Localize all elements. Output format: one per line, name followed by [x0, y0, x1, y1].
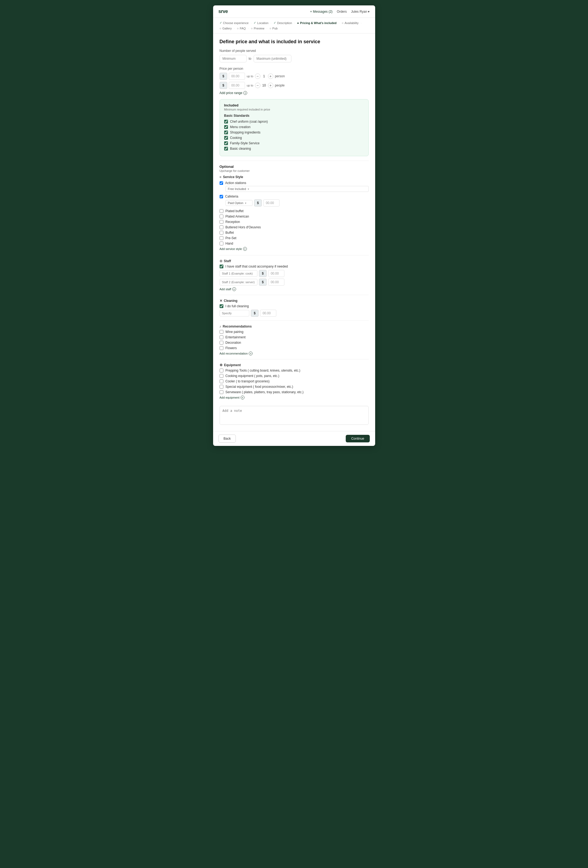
- equip-checkbox-0[interactable]: [220, 369, 223, 372]
- included-checkbox-5[interactable]: [224, 147, 228, 151]
- back-button[interactable]: Back: [218, 434, 236, 443]
- step-choose-experience[interactable]: ✓ Choose experience: [218, 21, 250, 25]
- add-recommendation-button[interactable]: Add recommendation +: [220, 351, 369, 355]
- staff-name-input-2[interactable]: [220, 279, 257, 285]
- step-label: Description: [277, 21, 292, 25]
- service-item-reception: Reception: [220, 220, 369, 224]
- service-item-buffet: Buffet: [220, 231, 369, 235]
- note-textarea[interactable]: [220, 406, 369, 425]
- basic-standards-label: Basic Standards: [224, 114, 364, 118]
- step-description[interactable]: ✓ Description: [273, 21, 293, 25]
- service-checkbox-hand[interactable]: [220, 242, 223, 245]
- step-check-icon: ✓: [274, 21, 276, 25]
- rec-checkbox-1[interactable]: [220, 335, 223, 339]
- staff-price-2[interactable]: [268, 279, 284, 286]
- service-checkbox-reception[interactable]: [220, 220, 223, 224]
- service-checkbox-action-stations[interactable]: [220, 181, 223, 185]
- person-label-1: person: [275, 74, 285, 78]
- add-service-style-button[interactable]: Add service style +: [220, 247, 369, 251]
- add-staff-button[interactable]: Add staff +: [220, 287, 369, 291]
- people-section-label: Number of people served: [220, 49, 369, 53]
- service-checkbox-plated-american[interactable]: [220, 214, 223, 218]
- service-checkbox-butlered[interactable]: [220, 225, 223, 229]
- currency-button-1[interactable]: $: [220, 73, 227, 80]
- add-equipment-button[interactable]: Add equipment +: [220, 396, 369, 399]
- step-check-icon: ✓: [220, 21, 222, 25]
- action-stations-dropdown-value: Free Included: [228, 187, 246, 190]
- step-gallery[interactable]: ○ Gallery: [218, 26, 233, 31]
- rec-item-1: Entertainment: [220, 335, 369, 339]
- equip-checkbox-3[interactable]: [220, 385, 223, 388]
- step-circle-icon: ○: [220, 27, 221, 30]
- to-label: to: [249, 57, 252, 61]
- orders-link[interactable]: Orders: [337, 10, 347, 13]
- service-item-cafeteria: Cafeteria Paid Option ▾ $: [220, 195, 369, 207]
- stepper-plus-1[interactable]: +: [268, 74, 273, 79]
- step-label: Preview: [253, 27, 264, 30]
- cafeteria-currency-button[interactable]: $: [254, 199, 262, 207]
- cafeteria-price-input[interactable]: [263, 199, 280, 207]
- cleaning-price[interactable]: [260, 310, 276, 317]
- stepper-minus-1[interactable]: −: [255, 74, 260, 79]
- action-stations-dropdown[interactable]: Free Included ▾: [225, 186, 369, 192]
- cleaning-currency[interactable]: $: [251, 310, 259, 317]
- step-label: Location: [257, 21, 268, 25]
- equip-checkbox-2[interactable]: [220, 379, 223, 383]
- chevron-down-icon: ▾: [248, 187, 249, 190]
- step-circle-icon: ○: [251, 27, 253, 30]
- price-input-1[interactable]: [229, 73, 245, 80]
- service-checkbox-buffet[interactable]: [220, 231, 223, 235]
- user-menu[interactable]: Jules Ryan ▾: [351, 10, 370, 13]
- included-label-3: Cooking: [230, 136, 242, 140]
- rec-checkbox-0[interactable]: [220, 330, 223, 334]
- currency-button-2[interactable]: $: [220, 82, 227, 89]
- step-circle-icon: ○: [237, 27, 239, 30]
- step-pub[interactable]: ○ Pub: [268, 26, 279, 31]
- staff-currency-2[interactable]: $: [259, 279, 267, 286]
- cafeteria-dropdown[interactable]: Paid Option ▾: [225, 200, 252, 206]
- max-people-input[interactable]: [253, 55, 292, 62]
- messages-link[interactable]: + Messages (2): [310, 10, 333, 13]
- stepper-minus-2[interactable]: −: [255, 83, 260, 88]
- included-item-4: Family-Style Service: [224, 141, 364, 145]
- service-checkbox-pre-set[interactable]: [220, 236, 223, 240]
- price-input-2[interactable]: [229, 82, 245, 89]
- step-availability[interactable]: ○ Availability: [340, 21, 360, 25]
- staff-row-2: $: [220, 279, 369, 286]
- equip-label-4: Serveware ( plates, platters, tray pass,…: [225, 390, 304, 394]
- stepper-plus-2[interactable]: +: [268, 83, 273, 88]
- included-checkbox-3[interactable]: [224, 136, 228, 140]
- step-preview[interactable]: ○ Preview: [250, 26, 265, 31]
- cleaning-checkbox[interactable]: [220, 304, 223, 308]
- plus-icon: +: [249, 351, 252, 355]
- service-label-pre-set: Pre-Set: [225, 236, 237, 240]
- stepper-value-2: 10: [261, 84, 267, 87]
- service-checkbox-plated-buffet[interactable]: [220, 209, 223, 213]
- rec-checkbox-2[interactable]: [220, 341, 223, 345]
- staff-currency-1[interactable]: $: [259, 270, 267, 277]
- step-faq[interactable]: ○ FAQ: [236, 26, 247, 31]
- min-people-input[interactable]: [220, 55, 247, 62]
- step-location[interactable]: ✓ Location: [252, 21, 270, 25]
- included-item-2: Shopping ingredients: [224, 130, 364, 134]
- included-checkbox-4[interactable]: [224, 141, 228, 145]
- staff-checkbox[interactable]: [220, 264, 223, 268]
- up-to-label-1: up to: [247, 75, 253, 78]
- section-divider-1: [220, 161, 369, 161]
- rec-checkbox-3[interactable]: [220, 346, 223, 350]
- step-pricing[interactable]: ● Pricing & What's included: [296, 21, 337, 25]
- add-price-range-button[interactable]: Add price range +: [220, 91, 369, 95]
- included-checkbox-2[interactable]: [224, 130, 228, 134]
- cleaning-specify-input[interactable]: [220, 310, 249, 316]
- service-label-action-stations: Action stations: [225, 181, 246, 185]
- continue-button[interactable]: Continue: [346, 435, 370, 442]
- included-checkbox-0[interactable]: [224, 120, 228, 124]
- equip-label-2: Cooler ( to transport groceries): [225, 379, 270, 383]
- equip-checkbox-1[interactable]: [220, 374, 223, 378]
- included-checkbox-1[interactable]: [224, 125, 228, 129]
- staff-price-1[interactable]: [268, 270, 284, 277]
- equip-checkbox-4[interactable]: [220, 390, 223, 394]
- up-to-label-2: up to: [247, 84, 253, 87]
- staff-name-input-1[interactable]: [220, 270, 257, 277]
- service-checkbox-cafeteria[interactable]: [220, 195, 223, 198]
